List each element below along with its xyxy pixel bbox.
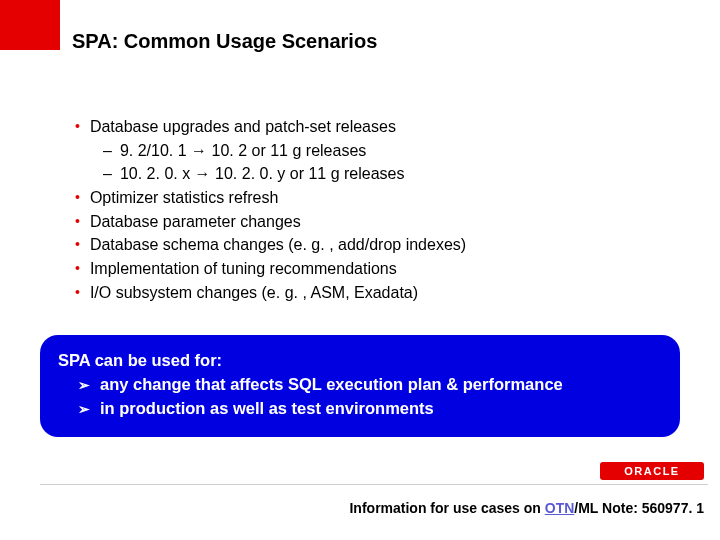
bullet-dot-icon: •	[75, 234, 80, 255]
footer-text-pre: Information for use cases on	[349, 500, 544, 516]
dash-icon: –	[103, 162, 112, 186]
callout-item: ➢ in production as well as test environm…	[58, 397, 662, 421]
footer-note: Information for use cases on OTN/ML Note…	[349, 500, 704, 516]
footer-separator	[40, 484, 708, 485]
callout-lead: SPA can be used for:	[58, 349, 662, 373]
callout-item-text: in production as well as test environmen…	[100, 397, 434, 421]
list-item-text: I/O subsystem changes (e. g. , ASM, Exad…	[90, 281, 418, 305]
list-item: • Database parameter changes	[75, 210, 655, 234]
list-item: • I/O subsystem changes (e. g. , ASM, Ex…	[75, 281, 655, 305]
list-item-text: 9. 2/10. 1 → 10. 2 or 11 g releases	[120, 139, 366, 163]
list-item-text: 10. 2. 0. x → 10. 2. 0. y or 11 g releas…	[120, 162, 405, 186]
list-subitem: – 10. 2. 0. x → 10. 2. 0. y or 11 g rele…	[75, 162, 655, 186]
bullet-dot-icon: •	[75, 187, 80, 208]
bullet-dot-icon: •	[75, 282, 80, 303]
bullet-dot-icon: •	[75, 258, 80, 279]
list-item: • Database schema changes (e. g. , add/d…	[75, 233, 655, 257]
dash-icon: –	[103, 139, 112, 163]
otn-link[interactable]: OTN	[545, 500, 575, 516]
list-item-text: Database schema changes (e. g. , add/dro…	[90, 233, 466, 257]
footer-text-post: /ML Note: 560977. 1	[574, 500, 704, 516]
list-item-text: Database parameter changes	[90, 210, 301, 234]
list-item-text: Database upgrades and patch-set releases	[90, 115, 396, 139]
list-subitem: – 9. 2/10. 1 → 10. 2 or 11 g releases	[75, 139, 655, 163]
bullet-list: • Database upgrades and patch-set releas…	[75, 115, 655, 304]
list-item: • Database upgrades and patch-set releas…	[75, 115, 655, 139]
oracle-logo: ORACLE	[600, 462, 704, 480]
chevron-right-icon: ➢	[78, 399, 90, 419]
list-item: • Optimizer statistics refresh	[75, 186, 655, 210]
callout-item: ➢ any change that affects SQL execution …	[58, 373, 662, 397]
brand-red-block	[0, 0, 60, 50]
callout-item-text: any change that affects SQL execution pl…	[100, 373, 563, 397]
slide-title: SPA: Common Usage Scenarios	[72, 30, 377, 53]
list-item-text: Implementation of tuning recommendations	[90, 257, 397, 281]
oracle-logo-text: ORACLE	[624, 465, 679, 477]
list-item: • Implementation of tuning recommendatio…	[75, 257, 655, 281]
list-item-text: Optimizer statistics refresh	[90, 186, 278, 210]
callout-box: SPA can be used for: ➢ any change that a…	[40, 335, 680, 437]
bullet-dot-icon: •	[75, 211, 80, 232]
bullet-dot-icon: •	[75, 116, 80, 137]
chevron-right-icon: ➢	[78, 375, 90, 395]
